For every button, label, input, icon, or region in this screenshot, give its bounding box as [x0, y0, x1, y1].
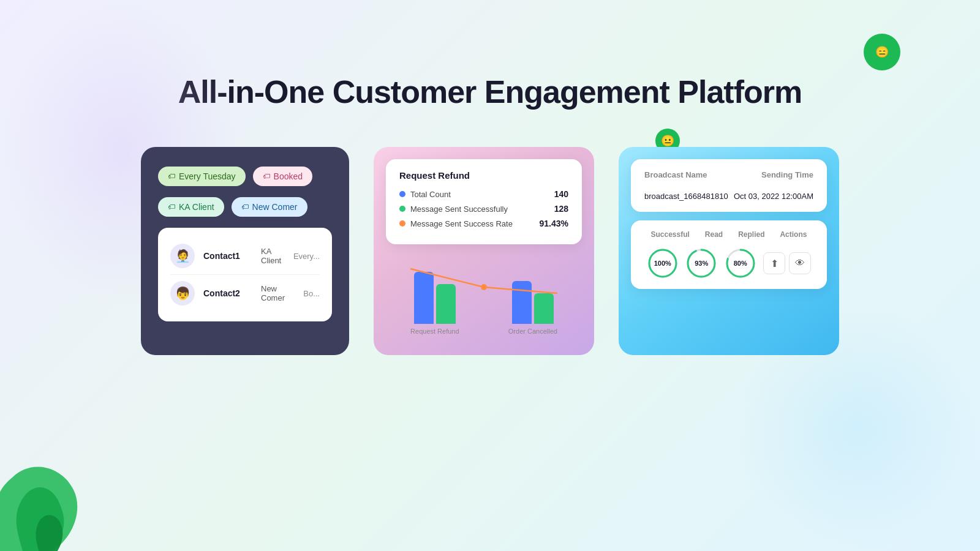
avatar-contact1: 🧑‍💼: [170, 244, 195, 268]
stat-label-2: Message Sent Success Rate: [410, 219, 513, 228]
tag-booked-label: Booked: [274, 171, 303, 181]
leaf-decoration: [0, 429, 98, 551]
stat-header-read: Read: [705, 230, 723, 239]
tag-newcomer-label: New Comer: [252, 202, 298, 212]
dot-orange: [399, 220, 405, 227]
tag-booked[interactable]: 🏷 Booked: [253, 167, 312, 186]
broadcast-col-name: Broadcast Name: [644, 170, 707, 179]
contact1-name: Contact1: [203, 251, 252, 261]
line-chart: [374, 250, 594, 324]
view-icon[interactable]: 👁: [789, 252, 811, 274]
broadcast-time-value: Oct 03, 2022 12:00AM: [734, 192, 813, 201]
stat-label-0: Total Count: [410, 190, 451, 199]
analytics-label-sent: Message Sent Successfully: [399, 204, 508, 214]
export-icon[interactable]: ⬆: [763, 252, 785, 274]
circle-stat-read: 93%: [685, 247, 717, 279]
deco-face-small: 😐: [661, 134, 674, 148]
card-analytics: Request Refund Total Count 140 Message S…: [374, 147, 594, 355]
analytics-value-0: 140: [554, 189, 568, 199]
circle-value-80: 80%: [734, 260, 747, 267]
broadcast-name-value: broadcast_1668481810: [644, 192, 728, 201]
stats-header: Successful Read Replied Actions: [643, 230, 815, 239]
broadcast-col-time: Sending Time: [761, 170, 813, 179]
tag-newcomer-icon: 🏷: [241, 203, 249, 211]
tag-booked-icon: 🏷: [263, 172, 270, 181]
tag-ka-label: KA Client: [179, 202, 214, 212]
analytics-row-total: Total Count 140: [399, 189, 568, 199]
circle-value-93: 93%: [695, 260, 708, 267]
contact1-tag: KA Client: [261, 247, 285, 265]
stat-header-replied: Replied: [738, 230, 764, 239]
stats-row: 100% 93% 80%: [643, 247, 815, 279]
svg-point-0: [481, 284, 487, 290]
avatar-contact2: 👦: [170, 281, 195, 305]
chart-container: Request Refund Order Cancelled: [374, 250, 594, 342]
card-broadcast: Broadcast Name Sending Time broadcast_16…: [619, 147, 839, 355]
bar-blue-1: [414, 272, 434, 324]
circle-stat-replied: 80%: [725, 247, 756, 279]
tag-new-comer[interactable]: 🏷 New Comer: [232, 197, 307, 217]
bar-group-2: [512, 281, 554, 324]
contact1-extra: Every...: [293, 252, 320, 261]
stat-header-actions: Actions: [780, 230, 807, 239]
broadcast-table-header: Broadcast Name Sending Time: [644, 170, 813, 179]
chart-bars: [374, 250, 594, 324]
bar-blue-2: [512, 281, 532, 324]
analytics-value-1: 128: [554, 204, 568, 214]
table-row: 🧑‍💼 Contact1 KA Client Every...: [170, 238, 320, 275]
circle-value-100: 100%: [654, 260, 671, 267]
circle-stat-successful: 100%: [647, 247, 679, 279]
tag-ka-icon: 🏷: [168, 203, 175, 211]
analytics-title: Request Refund: [399, 170, 568, 181]
stat-header-successful: Successful: [650, 230, 689, 239]
page-title: All-in-One Customer Engagement Platform: [0, 0, 980, 110]
tag-every-tuesday[interactable]: 🏷 Every Tuesday: [158, 167, 246, 186]
table-row: 👦 Contact2 New Comer Bo...: [170, 275, 320, 312]
contact2-name: Contact2: [203, 288, 252, 298]
bar-green-1: [436, 284, 456, 324]
analytics-label-rate: Message Sent Success Rate: [399, 219, 513, 228]
dot-blue: [399, 191, 405, 197]
deco-circle-large: 😑: [864, 34, 900, 70]
dot-green: [399, 206, 405, 212]
contact2-tag: New Comer: [261, 284, 295, 302]
chart-label-2: Order Cancelled: [508, 328, 557, 335]
tags-row-1: 🏷 Every Tuesday 🏷 Booked: [158, 167, 332, 186]
contacts-list: 🧑‍💼 Contact1 KA Client Every... 👦 Contac…: [158, 228, 332, 321]
contact2-extra: Bo...: [303, 289, 320, 298]
tags-row-2: 🏷 KA Client 🏷 New Comer: [158, 197, 332, 217]
action-icons: ⬆ 👁: [763, 252, 811, 274]
analytics-row-sent: Message Sent Successfully 128: [399, 204, 568, 214]
chart-label-1: Request Refund: [410, 328, 459, 335]
analytics-label-total: Total Count: [399, 190, 451, 199]
analytics-value-2: 91.43%: [540, 219, 568, 228]
deco-face-large: 😑: [875, 45, 889, 59]
tag-ka-client[interactable]: 🏷 KA Client: [158, 197, 224, 217]
stat-label-1: Message Sent Successfully: [410, 204, 508, 214]
analytics-row-rate: Message Sent Success Rate 91.43%: [399, 219, 568, 228]
bar-green-2: [534, 293, 554, 324]
broadcast-data-row: broadcast_1668481810 Oct 03, 2022 12:00A…: [644, 192, 813, 201]
card-contacts: 🏷 Every Tuesday 🏷 Booked 🏷 KA Client 🏷 N…: [141, 147, 349, 355]
bar-group-1: [414, 272, 456, 324]
cards-container: 🏷 Every Tuesday 🏷 Booked 🏷 KA Client 🏷 N…: [0, 147, 980, 355]
tag-tuesday-icon: 🏷: [168, 172, 175, 181]
broadcast-table: Broadcast Name Sending Time broadcast_16…: [631, 159, 827, 212]
stats-panel: Successful Read Replied Actions 100%: [631, 220, 827, 289]
chart-labels: Request Refund Order Cancelled: [374, 324, 594, 342]
analytics-panel: Request Refund Total Count 140 Message S…: [386, 159, 582, 244]
tag-tuesday-label: Every Tuesday: [179, 171, 236, 181]
